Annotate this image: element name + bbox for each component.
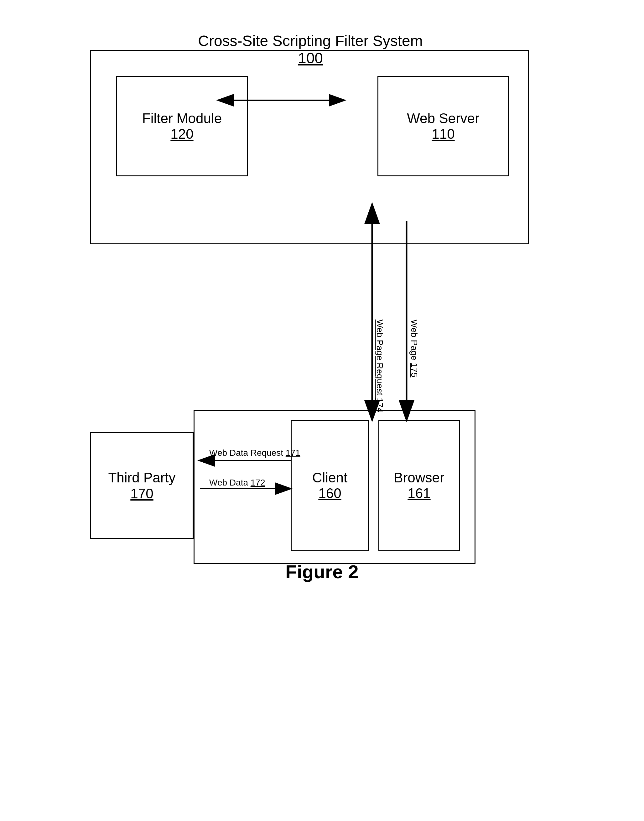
diagram-area: Cross-Site Scripting Filter System 100 F… (71, 25, 573, 620)
system-box: Cross-Site Scripting Filter System 100 F… (90, 50, 529, 244)
web-server-title: Web Server (407, 110, 480, 126)
third-party-number: 170 (130, 486, 153, 501)
third-party-title: Third Party (108, 470, 175, 486)
browser-box: Browser 161 (379, 420, 460, 551)
client-title: Client (312, 470, 348, 486)
page-container: Cross-Site Scripting Filter System 100 F… (0, 0, 644, 821)
browser-title: Browser (394, 470, 444, 486)
figure-label: Figure 2 (71, 561, 573, 583)
web-page-label: Web Page 175 (409, 320, 419, 377)
system-title: Cross-Site Scripting Filter System 100 (91, 32, 530, 67)
client-number: 160 (318, 486, 341, 501)
browser-number: 161 (408, 486, 430, 501)
web-server-number: 110 (432, 126, 454, 142)
web-page-request-label: Web Page Request 174 (375, 320, 385, 412)
filter-module-title: Filter Module (142, 110, 222, 126)
filter-module-box: Filter Module 120 (116, 76, 248, 176)
filter-module-number: 120 (170, 126, 193, 142)
client-box: Client 160 (291, 420, 369, 551)
third-party-box: Third Party 170 (90, 432, 193, 539)
web-server-box: Web Server 110 (377, 76, 509, 176)
